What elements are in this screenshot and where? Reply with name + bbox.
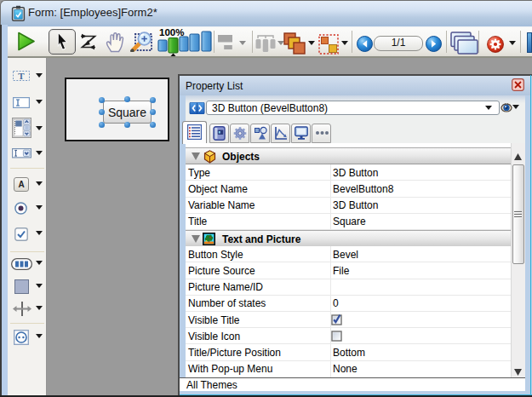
svg-text:T: T	[18, 71, 25, 81]
